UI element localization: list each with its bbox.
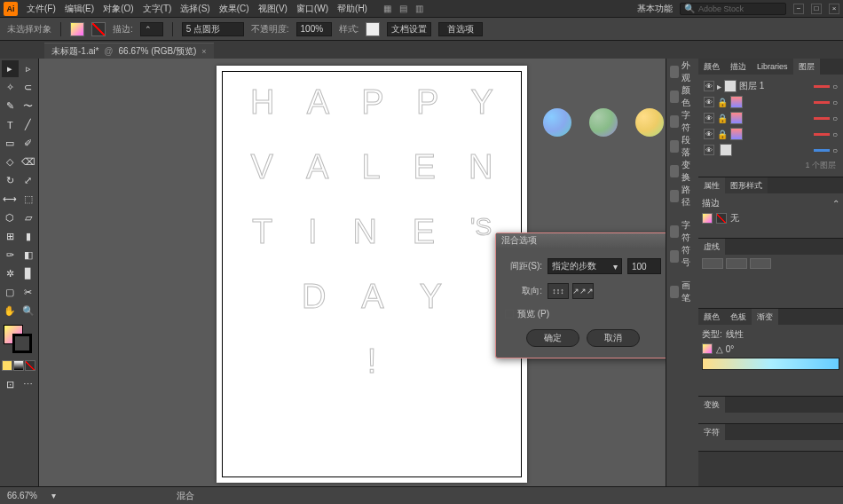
tab-dash[interactable]: 虚线 (698, 239, 725, 255)
dock-appearance[interactable]: 外观 (668, 62, 697, 82)
tab-stroke[interactable]: 描边 (725, 59, 752, 75)
visibility-icon[interactable]: 👁 (704, 97, 714, 107)
preview-checkbox[interactable]: 预览 (P) (505, 308, 661, 320)
visibility-icon[interactable]: 👁 (704, 81, 714, 91)
close-tab-icon[interactable]: × (201, 47, 206, 56)
style-swatch[interactable] (366, 22, 380, 36)
tab-layers[interactable]: 图层 (793, 59, 820, 75)
pen-tool[interactable]: ✎ (2, 98, 19, 114)
stroke-swatch[interactable] (91, 22, 106, 36)
ok-button[interactable]: 确定 (526, 329, 579, 347)
close-button[interactable]: × (829, 4, 839, 14)
steps-input[interactable]: 100 (627, 258, 661, 274)
dock-transform[interactable]: 变换 (668, 161, 697, 181)
layer-row[interactable]: 👁🔒○ (702, 94, 839, 110)
rotate-tool[interactable]: ↻ (2, 172, 19, 189)
menu-view[interactable]: 视图(V) (255, 1, 291, 17)
color-mode[interactable] (2, 360, 12, 371)
blend-tool[interactable]: ◧ (20, 247, 37, 264)
lasso-tool[interactable]: ⊂ (20, 79, 37, 96)
menu-object[interactable]: 对象(O) (99, 1, 137, 17)
dock-color[interactable]: 颜色 (668, 87, 697, 106)
tab-properties[interactable]: 属性 (698, 177, 725, 193)
slice-tool[interactable]: ✂ (20, 284, 37, 301)
dock-symbol[interactable]: 符号 (668, 247, 697, 266)
arrange-icon[interactable]: ▤ (398, 3, 410, 15)
layer-row[interactable]: 👁▸图层 1○ (702, 78, 839, 94)
brush-def[interactable]: 5 点圆形 (182, 22, 244, 36)
shaper-tool[interactable]: ◇ (2, 154, 19, 170)
lock-icon[interactable]: 🔒 (717, 98, 728, 107)
tab-char[interactable]: 字符 (698, 424, 725, 440)
artboard-tool[interactable]: ▢ (2, 284, 19, 301)
brush-tool[interactable]: ✐ (20, 135, 37, 152)
direct-select-tool[interactable]: ▹ (20, 60, 37, 77)
type-tool[interactable]: T (2, 116, 19, 133)
curvature-tool[interactable]: 〜 (20, 98, 37, 114)
layer-row[interactable]: 👁🔒○ (702, 110, 839, 126)
line-tool[interactable]: ╱ (20, 116, 37, 133)
dock-char[interactable]: 字符 (668, 112, 697, 131)
menu-effect[interactable]: 效果(C) (216, 1, 253, 17)
free-transform-tool[interactable]: ⬚ (20, 191, 37, 208)
none-mode[interactable] (25, 360, 35, 371)
menu-help[interactable]: 帮助(H) (334, 1, 371, 17)
wand-tool[interactable]: ✧ (2, 79, 19, 96)
layer-row[interactable]: 👁○ (702, 142, 839, 158)
tab-libraries[interactable]: Libraries (752, 59, 793, 75)
cancel-button[interactable]: 取消 (587, 329, 640, 347)
zoom-tool[interactable]: 🔍 (20, 303, 37, 319)
edit-toolbar[interactable]: ⋯ (20, 376, 37, 393)
dock-path[interactable]: 路径 (668, 186, 697, 206)
opacity-input[interactable]: 100% (296, 22, 332, 36)
layer-row[interactable]: 👁🔒○ (702, 126, 839, 142)
canvas[interactable]: HAPPY VALEN TINE'S DAY ! 混合选项 间距(S): 指定的… (39, 59, 666, 486)
workspace-label[interactable]: 基本功能 (637, 3, 673, 15)
spacing-mode-select[interactable]: 指定的步数▾ (548, 258, 622, 274)
tab-graphic-styles[interactable]: 图形样式 (725, 177, 768, 193)
graph-tool[interactable]: ▊ (20, 265, 37, 282)
fill-stroke-control[interactable] (2, 325, 37, 357)
lock-icon[interactable]: 🔒 (717, 130, 728, 139)
selection-tool[interactable]: ▸ (2, 60, 19, 77)
gradient-mode[interactable] (13, 360, 24, 371)
tab-swatches[interactable]: 色板 (725, 309, 752, 325)
hand-tool[interactable]: ✋ (2, 303, 19, 319)
lock-icon[interactable]: 🔒 (717, 114, 728, 123)
tab-color[interactable]: 颜色 (698, 59, 725, 75)
gradient-tool[interactable]: ▮ (20, 228, 37, 245)
stroke-weight[interactable]: ⌃ (140, 22, 163, 36)
menu-edit[interactable]: 编辑(E) (61, 1, 98, 17)
shape-builder-tool[interactable]: ⬡ (2, 209, 19, 226)
menu-select[interactable]: 选择(S) (177, 1, 213, 17)
document-tab[interactable]: 未标题-1.ai* @ 66.67% (RGB/预览) × (44, 43, 214, 59)
zoom-level[interactable]: 66.67% (7, 491, 37, 500)
scale-tool[interactable]: ⤢ (20, 172, 37, 189)
search-input[interactable]: 🔍 Adobe Stock (680, 3, 786, 15)
mesh-tool[interactable]: ⊞ (2, 228, 19, 245)
docsetup-button[interactable]: 文档设置 (387, 22, 431, 36)
dock-char2[interactable]: 字符 (668, 222, 697, 241)
perspective-tool[interactable]: ▱ (20, 209, 37, 226)
menu-window[interactable]: 窗口(W) (293, 1, 332, 17)
eyedropper-tool[interactable]: ✑ (2, 247, 19, 264)
orient-path-button[interactable]: ↗↗↗ (572, 283, 594, 299)
visibility-icon[interactable]: 👁 (704, 129, 714, 139)
visibility-icon[interactable]: 👁 (704, 113, 714, 123)
orient-page-button[interactable]: ↕↕↕ (548, 283, 569, 299)
symbol-tool[interactable]: ✲ (2, 265, 19, 282)
dock-brush[interactable]: 画笔 (668, 282, 697, 302)
gradient-slider[interactable] (702, 358, 839, 370)
bridge-icon[interactable]: ▦ (382, 3, 394, 15)
menu-file[interactable]: 文件(F) (23, 1, 59, 17)
width-tool[interactable]: ⟷ (2, 191, 19, 208)
tab-gradient[interactable]: 渐变 (752, 309, 778, 325)
eraser-tool[interactable]: ⌫ (20, 154, 37, 170)
fill-swatch[interactable] (70, 22, 84, 36)
maximize-button[interactable]: □ (811, 4, 822, 14)
tab-transform[interactable]: 变换 (698, 397, 725, 413)
prefs-button[interactable]: 首选项 (438, 22, 483, 36)
arrange2-icon[interactable]: ▥ (414, 3, 426, 15)
screen-mode[interactable]: ⊡ (2, 376, 19, 393)
tab-color2[interactable]: 颜色 (698, 309, 725, 325)
